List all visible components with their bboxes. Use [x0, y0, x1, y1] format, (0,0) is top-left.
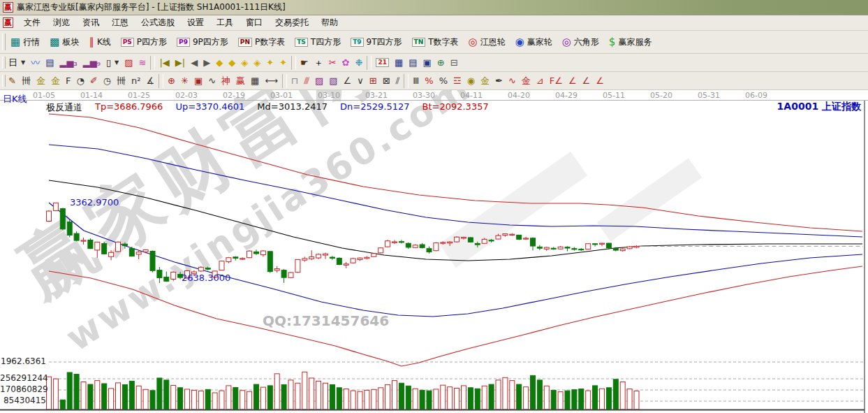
sectors-button[interactable]: ▩板块	[45, 34, 84, 50]
next-button[interactable]: ▶	[200, 55, 213, 70]
color-bars-icon[interactable]: ≋	[136, 55, 149, 70]
star-ray-tool-icon: ✳	[181, 76, 189, 85]
red-pen-tool-icon: ✐	[90, 76, 98, 85]
grid-a-tool[interactable]: ⊞	[367, 73, 380, 88]
e-angle-tool[interactable]: ∠	[566, 73, 580, 88]
square-n2-tool[interactable]: n²	[128, 73, 143, 88]
candle-style-dropdown[interactable]: ▯▼	[103, 55, 122, 70]
gann-wheel-button[interactable]: ◎江恩轮	[464, 34, 510, 50]
drag-hand-tool[interactable]: ☛	[297, 55, 311, 70]
p-number-table-button[interactable]: PNP数字表	[233, 34, 290, 50]
menu-item-0[interactable]: 文件	[17, 15, 47, 30]
f-angle-tool[interactable]: F∠	[547, 73, 566, 88]
first-page-button[interactable]: |◀	[156, 55, 172, 70]
volume-9-icon[interactable]: ▂▅₉	[80, 55, 103, 70]
notes-button[interactable]: ▤	[406, 55, 420, 70]
ink-brush-tool[interactable]: ✒	[492, 73, 506, 88]
t-number-table-button[interactable]: TNT数字表	[407, 34, 464, 50]
gann-grid-tool[interactable]: 卌	[19, 73, 34, 88]
trend-wave-icon[interactable]: 〰	[28, 55, 43, 70]
calculator-button[interactable]: ▦	[392, 55, 406, 70]
grid-b-tool[interactable]: ⊠	[380, 73, 393, 88]
menu-item-1[interactable]: 浏览	[47, 15, 76, 30]
red-pen-tool[interactable]: ✐	[87, 73, 101, 88]
cut-tool[interactable]: ✂	[326, 55, 339, 70]
spiral-tool[interactable]: ◔	[73, 73, 87, 88]
pen-tool[interactable]: ✎	[6, 73, 19, 88]
fan-shade-tool-icon: ▧	[329, 76, 337, 85]
fan-shade-tool[interactable]: ▧	[326, 73, 340, 88]
network-button[interactable]: ⊕	[434, 55, 448, 70]
last-page-button[interactable]: ▶|	[172, 55, 188, 70]
fan-rays-tool[interactable]: ⫻	[301, 73, 312, 88]
f10-report-icon[interactable]: ▤	[43, 55, 57, 70]
prev-button[interactable]: ◀	[188, 55, 200, 70]
menu-item-2[interactable]: 资讯	[76, 15, 105, 30]
gold-split-tool[interactable]: 金	[34, 73, 48, 88]
j-angle-tool[interactable]: ⊿	[534, 73, 547, 88]
menu-item-4[interactable]: 公式选股	[135, 15, 181, 30]
e-angle-tool-icon: ∠	[568, 76, 577, 85]
diamond-right-button[interactable]: ◆	[226, 55, 238, 70]
win-tool[interactable]: 赢	[233, 73, 248, 88]
gold-split2-tool[interactable]: 金	[48, 73, 63, 88]
diamond-expand-button[interactable]: ◈	[238, 55, 251, 70]
circle-target-tool[interactable]: ⊕	[165, 73, 178, 88]
t-number-table-button-icon: TN	[412, 38, 426, 47]
v-wave-tool[interactable]: ∨	[354, 73, 367, 88]
fibonacci-tool[interactable]: F	[63, 73, 73, 88]
save-button[interactable]: ▣	[420, 55, 434, 70]
winner-wheel-button[interactable]: ◉赢家轮	[510, 34, 557, 50]
dense-grid-tool[interactable]: ▦	[248, 73, 262, 88]
marker-tool[interactable]: ✿	[339, 55, 353, 70]
crosshair-tool[interactable]: ＋	[311, 55, 326, 70]
gold-angle-tool[interactable]: 金	[519, 73, 534, 88]
square-ray-tool[interactable]: ▣	[191, 73, 205, 88]
gold-lines-tool[interactable]: 金	[478, 73, 492, 88]
z-angle-tool[interactable]: ∠	[593, 73, 607, 88]
channel-wave-tool[interactable]: ∿	[506, 73, 519, 88]
angle-line-tool[interactable]: ∠	[341, 73, 355, 88]
star-ray-tool[interactable]: ✳	[178, 73, 191, 88]
quotes-button[interactable]: ▦行情	[6, 34, 45, 50]
fan-box-tool[interactable]: ▨	[312, 73, 326, 88]
chart-canvas[interactable]: 01-0501-1401-2502-0302-1903-0103-1003-21…	[0, 90, 868, 413]
menu-item-6[interactable]: 工具	[210, 15, 240, 30]
level-pct-tool[interactable]: ☲	[450, 73, 464, 88]
parallel-tool[interactable]: ⫽	[393, 73, 403, 88]
volume-3-icon[interactable]: ▂▅₃	[57, 55, 80, 70]
percent-tool[interactable]: %	[436, 73, 450, 88]
shen-tool[interactable]: 神	[219, 73, 233, 88]
calendar-21-button[interactable]: 21	[373, 55, 392, 70]
period-day-dropdown[interactable]: 日▼	[6, 55, 28, 70]
analysis-brain-icon[interactable]: ❉	[352, 55, 365, 70]
menu-item-9[interactable]: 帮助	[315, 15, 344, 30]
ratio-bars-tool[interactable]: Ⅲ	[410, 73, 422, 88]
printer-button[interactable]: ⊟	[448, 55, 461, 70]
9t-square-button[interactable]: T99T四方形	[346, 34, 406, 50]
kline-button[interactable]: ∥K线	[84, 34, 115, 50]
diamond-zoom-in-button[interactable]: ✦	[263, 55, 277, 70]
diamond-shrink-button[interactable]: ◈	[251, 55, 263, 70]
angle-a-tool[interactable]: ∡	[143, 73, 157, 88]
corner-box-tool[interactable]: ⊓	[288, 73, 301, 88]
menu-item-7[interactable]: 窗口	[240, 15, 269, 30]
menu-item-5[interactable]: 设置	[181, 15, 210, 30]
menu-item-3[interactable]: 江恩	[105, 15, 135, 30]
hexagon-button[interactable]: ◎六角形	[557, 34, 604, 50]
red-frame-icon[interactable]: ▨	[122, 55, 135, 70]
t-square-button[interactable]: TST四方形	[290, 34, 346, 50]
winner-service-button[interactable]: $赢家服务	[604, 34, 657, 50]
diamond-zoom-out-button[interactable]: ✦	[277, 55, 290, 70]
diamond-left-button[interactable]: ◆	[213, 55, 226, 70]
p-square-button[interactable]: PSP四方形	[116, 34, 172, 50]
width-measure-tool[interactable]: ⟷	[262, 73, 281, 88]
gold-circle-tool[interactable]: ◉	[464, 73, 478, 88]
time-cycle-tool[interactable]: ◷	[101, 73, 114, 88]
percent-red-tool[interactable]: %	[422, 73, 436, 88]
x-angle-tool[interactable]: ∠	[580, 73, 594, 88]
wave-count-tool[interactable]: ∿	[205, 73, 219, 88]
hash-line-tool[interactable]: 卌	[114, 73, 128, 88]
9p-square-button[interactable]: P99P四方形	[172, 34, 233, 50]
menu-item-8[interactable]: 交易委托	[269, 15, 315, 30]
